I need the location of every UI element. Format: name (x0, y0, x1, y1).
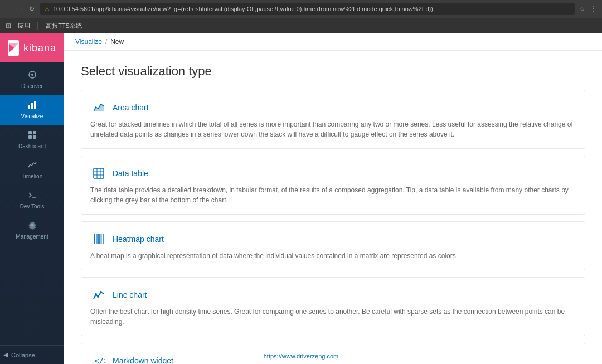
svg-rect-3 (31, 103, 33, 109)
devtools-icon (28, 191, 37, 202)
discover-label: Discover (21, 83, 43, 89)
sidebar-item-dashboard[interactable]: Dashboard (0, 125, 64, 155)
svg-rect-18 (98, 234, 100, 244)
line-chart-icon (90, 287, 107, 303)
viz-item-table-header: Data table (90, 165, 576, 182)
management-label: Management (16, 234, 48, 240)
svg-rect-5 (28, 131, 32, 134)
menu-icon[interactable]: ⋮ (590, 5, 596, 13)
breadcrumb-visualize-link[interactable]: Visualize (75, 38, 102, 46)
sidebar-item-visualize[interactable]: Visualize (0, 95, 64, 125)
browser-nav-controls: ← → ↻ (6, 5, 36, 13)
svg-point-23 (100, 291, 102, 293)
data-table-desc: The data table provides a detailed break… (90, 185, 576, 205)
timelion-label: Timelion (22, 173, 42, 179)
svg-rect-6 (33, 131, 36, 134)
svg-point-1 (31, 74, 33, 76)
svg-rect-16 (94, 234, 95, 244)
markdown-title: Markdown widget (113, 356, 173, 364)
viz-item-data-table[interactable]: Data table The data table provides a det… (81, 156, 585, 215)
data-table-icon (90, 165, 107, 182)
url-text: 10.0.0.54:5601/app/kibana#/visualize/new… (53, 6, 570, 12)
svg-text:</>: </> (94, 356, 105, 364)
heatmap-desc: A heat map is a graphical representation… (90, 251, 576, 261)
app-bar-title: 高报TTS系统 (46, 22, 82, 30)
data-table-title: Data table (113, 169, 148, 178)
svg-point-21 (95, 293, 97, 295)
collapse-label: Collapse (11, 352, 35, 358)
svg-rect-11 (94, 168, 104, 178)
timelion-icon (28, 161, 37, 172)
visualize-icon (28, 100, 37, 111)
heatmap-icon (90, 231, 107, 247)
viz-item-heatmap[interactable]: Heatmap chart A heat map is a graphical … (81, 221, 585, 270)
page-content: Select visualization type Area chart (64, 51, 602, 364)
collapse-button[interactable]: ◀ Collapse (0, 345, 64, 364)
security-icon: ⚠ (45, 6, 50, 12)
collapse-arrow-icon: ◀ (3, 351, 8, 358)
bookmark-icon[interactable]: ☆ (579, 5, 585, 13)
dashboard-icon (28, 130, 37, 142)
refresh-button[interactable]: ↻ (28, 5, 36, 13)
viz-item-markdown[interactable]: </> Markdown widget Useful for displayin… (81, 343, 585, 364)
breadcrumb-separator: / (105, 38, 107, 46)
viz-list: Area chart Great for stacked timelines i… (81, 90, 585, 364)
address-bar[interactable]: ⚠ 10.0.0.54:5601/app/kibana#/visualize/n… (40, 3, 575, 15)
apps-label: 应用 (18, 22, 30, 30)
grid-icon[interactable]: ⊞ (6, 22, 11, 30)
viz-item-markdown-header: </> Markdown widget (90, 352, 576, 364)
viz-item-line-chart[interactable]: Line chart Often the best chart for high… (81, 277, 585, 336)
forward-button[interactable]: → (17, 5, 25, 13)
content-area: Visualize / New Select visualization typ… (64, 33, 602, 364)
sidebar-item-management[interactable]: Management (0, 215, 64, 245)
kibana-text: kibana (23, 42, 56, 54)
viz-item-area-chart[interactable]: Area chart Great for stacked timelines i… (81, 90, 585, 149)
svg-rect-20 (103, 234, 104, 244)
sidebar-item-devtools[interactable]: Dev Tools (0, 185, 64, 215)
heatmap-title: Heatmap chart (113, 235, 164, 244)
kibana-logo[interactable]: kibana (0, 33, 64, 62)
area-chart-desc: Great for stacked timelines in which the… (90, 119, 576, 139)
discover-icon (28, 70, 37, 81)
nav-items: Discover Visualize (0, 62, 64, 345)
viz-item-area-header: Area chart (90, 99, 576, 116)
main-layout: kibana Discover (0, 33, 602, 364)
browser-chrome: ← → ↻ ⚠ 10.0.0.54:5601/app/kibana#/visua… (0, 0, 602, 18)
svg-rect-19 (100, 234, 102, 244)
svg-rect-2 (28, 105, 30, 109)
kibana-icon (8, 40, 19, 56)
visualize-label: Visualize (21, 113, 43, 119)
svg-rect-4 (34, 101, 36, 109)
line-chart-title: Line chart (113, 290, 147, 299)
svg-point-22 (97, 295, 99, 298)
viz-item-heatmap-header: Heatmap chart (90, 231, 576, 247)
svg-rect-8 (33, 135, 36, 139)
svg-rect-7 (28, 135, 32, 139)
sidebar-item-discover[interactable]: Discover (0, 65, 64, 95)
dashboard-label: Dashboard (18, 143, 46, 149)
line-chart-desc: Often the best chart for high density ti… (90, 307, 576, 327)
breadcrumb: Visualize / New (64, 33, 602, 51)
app-bar-divider: | (37, 21, 39, 31)
area-chart-icon (90, 99, 107, 116)
svg-rect-17 (96, 234, 98, 244)
viz-item-line-header: Line chart (90, 287, 576, 303)
browser-right-controls: ☆ ⋮ (579, 5, 596, 13)
back-button[interactable]: ← (6, 5, 13, 13)
management-icon (28, 221, 37, 232)
area-chart-title: Area chart (113, 103, 149, 112)
breadcrumb-current: New (110, 38, 124, 46)
markdown-icon: </> (90, 352, 107, 364)
sidebar-item-timelion[interactable]: Timelion (0, 155, 64, 185)
page-title: Select visualization type (81, 64, 585, 79)
devtools-label: Dev Tools (20, 203, 45, 210)
app-bar: ⊞ 应用 | 高报TTS系统 (0, 18, 602, 33)
sidebar: kibana Discover (0, 33, 64, 364)
